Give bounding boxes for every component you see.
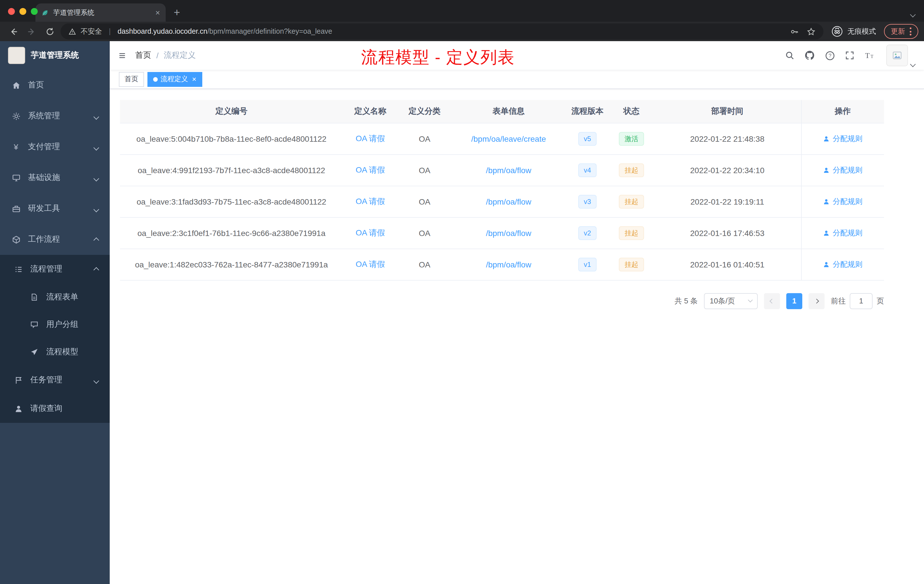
col-definition-id: 定义编号 bbox=[120, 100, 343, 123]
form-info-link[interactable]: /bpm/oa/leave/create bbox=[471, 134, 546, 143]
chevron-down-icon bbox=[94, 173, 98, 182]
sidebar: 芋道管理系统 首页 系统管理 ¥ 支付管 bbox=[0, 41, 110, 584]
definition-name-link[interactable]: OA 请假 bbox=[356, 165, 385, 174]
person-icon bbox=[823, 167, 830, 173]
sidebar-item-devtools[interactable]: 研发工具 bbox=[0, 193, 110, 224]
deploy-time: 2022-01-22 21:48:38 bbox=[690, 134, 765, 143]
user-menu[interactable] bbox=[886, 45, 915, 66]
browser-menu-icon[interactable] bbox=[910, 27, 911, 35]
version-badge: v1 bbox=[578, 257, 597, 271]
sidebar-item-system[interactable]: 系统管理 bbox=[0, 101, 110, 132]
definition-name-link[interactable]: OA 请假 bbox=[356, 259, 385, 268]
help-icon[interactable]: ? bbox=[825, 51, 835, 60]
sidebar-toggle-icon[interactable]: ≡ bbox=[119, 50, 125, 61]
sidebar-item-user-group[interactable]: 用户分组 bbox=[0, 311, 110, 338]
assign-rule-link[interactable]: 分配规则 bbox=[823, 259, 863, 269]
sidebar-item-process-management[interactable]: 流程管理 bbox=[0, 255, 110, 284]
status-badge: 挂起 bbox=[619, 163, 644, 177]
tab-search-icon[interactable] bbox=[911, 8, 915, 19]
version-badge: v3 bbox=[578, 195, 597, 208]
definition-id: oa_leave:3:1fad3d93-7b75-11ec-a3c8-acde4… bbox=[137, 197, 326, 206]
caret-down-icon bbox=[910, 61, 916, 67]
deploy-time: 2022-01-16 17:46:53 bbox=[690, 228, 765, 238]
chevron-down-icon bbox=[94, 375, 98, 384]
definition-category: OA bbox=[419, 165, 430, 175]
goto-label: 前往 bbox=[831, 296, 846, 306]
tag-home[interactable]: 首页 bbox=[119, 72, 144, 87]
definition-id: oa_leave:4:991f2193-7b7f-11ec-a3c8-acde4… bbox=[138, 165, 325, 175]
github-icon[interactable] bbox=[805, 50, 815, 61]
deploy-time: 2022-01-22 19:19:11 bbox=[691, 197, 764, 206]
sidebar-item-infra[interactable]: 基础设施 bbox=[0, 162, 110, 193]
password-key-icon[interactable] bbox=[790, 27, 799, 36]
deploy-time: 2022-01-22 20:34:10 bbox=[690, 165, 765, 175]
maximize-window-button[interactable] bbox=[31, 8, 38, 15]
col-actions: 操作 bbox=[801, 100, 884, 123]
sidebar-item-process-model[interactable]: 流程模型 bbox=[0, 338, 110, 366]
security-label[interactable]: 不安全 bbox=[81, 26, 102, 36]
assign-rule-link[interactable]: 分配规则 bbox=[823, 196, 863, 206]
sidebar-item-leave-query[interactable]: 请假查询 bbox=[0, 394, 110, 423]
close-window-button[interactable] bbox=[8, 8, 15, 15]
form-info-link[interactable]: /bpm/oa/flow bbox=[486, 228, 531, 238]
table-row: oa_leave:4:991f2193-7b7f-11ec-a3c8-acde4… bbox=[120, 154, 884, 186]
page-size-select[interactable]: 10条/页 bbox=[704, 293, 758, 309]
address-bar[interactable]: 不安全 | dashboard.yudao.iocoder.cn/bpm/man… bbox=[61, 23, 823, 40]
minimize-window-button[interactable] bbox=[20, 8, 26, 15]
bookmark-star-icon[interactable] bbox=[807, 27, 815, 36]
person-icon bbox=[823, 135, 830, 142]
tab-close-icon[interactable]: × bbox=[155, 8, 160, 16]
deploy-time: 2022-01-16 01:40:51 bbox=[690, 260, 765, 269]
definition-name-link[interactable]: OA 请假 bbox=[356, 134, 385, 143]
browser-update-button[interactable]: 更新 bbox=[884, 24, 918, 39]
chevron-up-icon bbox=[94, 265, 98, 274]
new-tab-button[interactable]: + bbox=[174, 7, 180, 18]
chat-bubble-icon bbox=[30, 320, 39, 328]
assign-rule-link[interactable]: 分配规则 bbox=[823, 134, 863, 144]
sidebar-item-process-form[interactable]: 流程表单 bbox=[0, 284, 110, 311]
reload-button[interactable] bbox=[42, 25, 57, 38]
definition-name-link[interactable]: OA 请假 bbox=[356, 228, 385, 237]
tag-process-definition[interactable]: 流程定义 × bbox=[147, 72, 202, 87]
status-badge: 挂起 bbox=[619, 195, 644, 208]
app-logo[interactable]: 芋道管理系统 bbox=[0, 41, 110, 70]
breadcrumb-home[interactable]: 首页 bbox=[135, 50, 151, 61]
table-header-row: 定义编号 定义名称 定义分类 表单信息 流程版本 状态 部署时间 操作 bbox=[120, 100, 884, 123]
svg-text:T: T bbox=[865, 51, 870, 60]
font-size-icon[interactable]: TT bbox=[865, 51, 875, 60]
assign-rule-link[interactable]: 分配规则 bbox=[823, 228, 863, 238]
breadcrumb-separator: / bbox=[156, 51, 158, 60]
sidebar-item-workflow[interactable]: 工作流程 bbox=[0, 224, 110, 255]
fullscreen-icon[interactable] bbox=[845, 51, 854, 60]
sidebar-item-home[interactable]: 首页 bbox=[0, 70, 110, 101]
form-info-link[interactable]: /bpm/oa/flow bbox=[486, 197, 531, 206]
form-info-link[interactable]: /bpm/oa/flow bbox=[486, 165, 531, 175]
browser-tab[interactable]: 芋道管理系统 × bbox=[35, 3, 166, 22]
pagination: 共 5 条 10条/页 1 前往 页 bbox=[120, 293, 884, 309]
goto-page-input[interactable] bbox=[850, 293, 873, 309]
definition-name-link[interactable]: OA 请假 bbox=[356, 196, 385, 205]
status-badge: 激活 bbox=[619, 132, 644, 145]
browser-tabstrip: 芋道管理系统 × + bbox=[0, 0, 924, 22]
app-title: 芋道管理系统 bbox=[31, 50, 79, 61]
form-info-link[interactable]: /bpm/oa/flow bbox=[486, 260, 531, 269]
sidebar-item-task-management[interactable]: 任务管理 bbox=[0, 366, 110, 394]
search-icon[interactable] bbox=[785, 51, 794, 60]
forward-button[interactable] bbox=[24, 25, 39, 38]
content-area: 定义编号 定义名称 定义分类 表单信息 流程版本 状态 部署时间 操作 oa_l… bbox=[110, 89, 924, 309]
home-icon bbox=[12, 81, 21, 89]
chevron-down-icon bbox=[94, 111, 98, 120]
breadcrumb: 首页 / 流程定义 bbox=[135, 50, 196, 61]
tag-close-icon[interactable]: × bbox=[192, 76, 196, 83]
tab-title: 芋道管理系统 bbox=[53, 8, 151, 17]
status-badge: 挂起 bbox=[619, 226, 644, 240]
page-url[interactable]: dashboard.yudao.iocoder.cn/bpm/manager/d… bbox=[118, 27, 332, 35]
toolbox-icon bbox=[12, 204, 21, 213]
next-page-button[interactable] bbox=[808, 293, 825, 309]
prev-page-button[interactable] bbox=[764, 293, 780, 309]
assign-rule-link[interactable]: 分配规则 bbox=[823, 165, 863, 175]
sidebar-item-payment[interactable]: ¥ 支付管理 bbox=[0, 132, 110, 162]
back-button[interactable] bbox=[6, 25, 21, 38]
current-page-button[interactable]: 1 bbox=[786, 293, 802, 309]
chevron-down-icon bbox=[94, 204, 98, 213]
